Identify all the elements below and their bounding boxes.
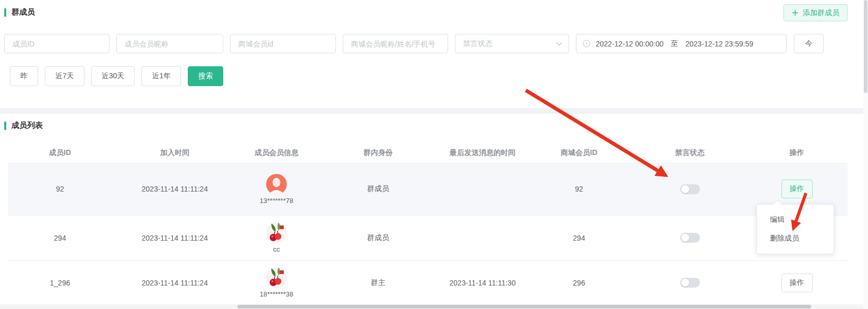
table-row: 1_296 2023-11-14 11:11:24 <box>8 260 848 305</box>
add-group-member-label: 添加群成员 <box>803 8 839 18</box>
cell-mall-member-id: 296 <box>524 260 634 305</box>
panel-title-member-list: 成员列表 <box>4 121 868 130</box>
cell-last-message-time <box>441 215 524 260</box>
toggle-knob <box>681 185 689 193</box>
date-end-value: 2023-12-12 23:59:59 <box>685 40 753 48</box>
cell-group-role: 群成员 <box>316 215 441 260</box>
last-1-year-button[interactable]: 近1年 <box>141 66 181 86</box>
table-row: 294 2023-11-14 11:11:24 <box>8 215 848 260</box>
member-list-title: 成员列表 <box>11 121 43 130</box>
vertical-scrollbar[interactable] <box>863 0 868 309</box>
member-info-cell: 18*******38 <box>237 267 316 298</box>
member-id-input[interactable] <box>4 34 110 53</box>
member-table: 成员ID 加入时间 成员会员信息 群内身份 最后发送消息的时间 商城会员ID 禁… <box>8 143 848 305</box>
toggle-knob <box>681 279 689 287</box>
last-7-days-button[interactable]: 近7天 <box>45 66 85 86</box>
member-info-cell: 13*******78 <box>237 174 316 205</box>
plus-icon <box>792 9 799 16</box>
toggle-knob <box>681 234 689 242</box>
member-phone-label: 13*******78 <box>260 197 293 205</box>
mute-status-select[interactable]: 禁言状态 <box>455 34 569 53</box>
last-30-days-button[interactable]: 近30天 <box>91 66 135 86</box>
cell-group-role: 群主 <box>316 260 441 305</box>
menu-item-edit[interactable]: 编辑 <box>757 210 834 229</box>
date-separator: 至 <box>671 39 678 49</box>
header-mute-status: 禁言状态 <box>634 143 746 163</box>
horizontal-scrollbar-thumb[interactable] <box>237 305 811 308</box>
today-button[interactable]: 今 <box>794 34 824 53</box>
mall-member-query-input[interactable] <box>343 34 448 53</box>
table-header-row: 成员ID 加入时间 成员会员信息 群内身份 最后发送消息的时间 商城会员ID 禁… <box>8 143 848 163</box>
filter-row: 禁言状态 2022-12-12 00:00:00 至 2023-12-12 23… <box>4 34 860 53</box>
cell-member-id: 92 <box>8 163 112 215</box>
row-action-button[interactable]: 操作 <box>781 274 813 292</box>
header-actions: 操作 <box>746 143 848 163</box>
cell-member-id: 294 <box>8 215 112 260</box>
mute-toggle[interactable] <box>680 278 700 288</box>
cell-join-time: 2023-11-14 11:11:24 <box>112 163 237 215</box>
member-phone-label: 18*******38 <box>260 290 293 298</box>
clock-icon <box>583 40 590 47</box>
header-join-time: 加入时间 <box>112 143 237 163</box>
row-action-menu: 编辑 删除成员 <box>756 204 834 254</box>
mute-toggle[interactable] <box>680 184 700 194</box>
chevron-down-icon <box>556 42 562 46</box>
member-info-cell: cc <box>237 222 316 253</box>
cell-mall-member-id: 294 <box>524 215 634 260</box>
member-nickname-label: cc <box>273 245 280 253</box>
yesterday-button[interactable]: 昨 <box>10 66 38 86</box>
table-row: 92 2023-11-14 11:11:24 13*******78 <box>8 163 848 215</box>
group-members-panel: 群成员 添加群成员 禁言状态 2022-12-12 00:00:00 至 202… <box>0 0 868 108</box>
cherries-photo-avatar <box>266 222 287 243</box>
title-accent-bar <box>4 122 6 130</box>
cherries-image <box>266 267 287 288</box>
row-action-button[interactable]: 操作 <box>781 180 813 198</box>
header-member-id: 成员ID <box>8 143 112 163</box>
quick-date-row: 昨 近7天 近30天 近1年 搜索 <box>10 66 860 86</box>
cell-last-message-time: 2023-11-14 11:11:30 <box>441 260 524 305</box>
section-divider <box>0 108 868 114</box>
cell-join-time: 2023-11-14 11:11:24 <box>112 260 237 305</box>
cell-group-role: 群成员 <box>316 163 441 215</box>
vertical-scrollbar-thumb[interactable] <box>864 0 867 93</box>
header-group-role: 群内身份 <box>316 143 441 163</box>
member-list-panel: 成员列表 成员ID 加入时间 成员会员信息 群内身份 最后发送消息的时间 商城会… <box>0 114 868 309</box>
cell-mall-member-id: 92 <box>524 163 634 215</box>
cell-member-id: 1_296 <box>8 260 112 305</box>
header-mall-member-id: 商城会员ID <box>524 143 634 163</box>
cherries-image <box>266 222 287 243</box>
horizontal-scrollbar[interactable] <box>0 304 863 309</box>
page-title: 群成员 <box>11 7 35 17</box>
date-range-picker[interactable]: 2022-12-12 00:00:00 至 2023-12-12 23:59:5… <box>576 34 787 53</box>
mall-member-id-input[interactable] <box>230 34 336 53</box>
cell-last-message-time <box>441 163 524 215</box>
person-icon <box>266 174 287 195</box>
title-accent-bar <box>4 8 6 17</box>
add-group-member-button[interactable]: 添加群成员 <box>783 4 848 21</box>
menu-item-delete-member[interactable]: 删除成员 <box>757 229 834 247</box>
panel-title-group-members: 群成员 <box>4 7 860 17</box>
member-nickname-input[interactable] <box>116 34 223 53</box>
header-member-info: 成员会员信息 <box>237 143 316 163</box>
mute-status-placeholder: 禁言状态 <box>463 39 492 49</box>
cell-join-time: 2023-11-14 11:11:24 <box>112 215 237 260</box>
date-start-value: 2022-12-12 00:00:00 <box>596 40 664 48</box>
search-button[interactable]: 搜索 <box>188 66 223 86</box>
mute-toggle[interactable] <box>680 233 700 243</box>
cherries-photo-avatar <box>266 267 287 288</box>
header-last-message-time: 最后发送消息的时间 <box>441 143 524 163</box>
default-person-avatar <box>266 174 287 195</box>
